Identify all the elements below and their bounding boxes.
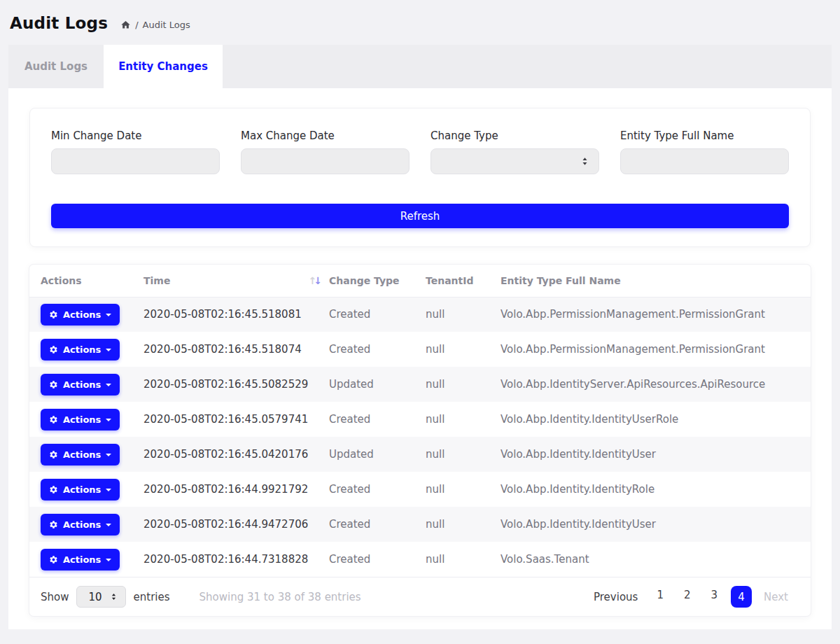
row-actions-button[interactable]: Actions bbox=[41, 339, 120, 360]
table-footer: Show 10 entries Showing 31 to 38 of 38 e… bbox=[29, 577, 811, 616]
row-actions-button[interactable]: Actions bbox=[41, 409, 120, 430]
change-type-label: Change Type bbox=[430, 130, 599, 142]
filter-max-change-date: Max Change Date bbox=[241, 130, 410, 174]
table-row: Actions 2020-05-08T02:16:45.0420176 Upda… bbox=[29, 437, 811, 472]
cell-tenant-id: null bbox=[426, 507, 500, 542]
gear-icon bbox=[49, 380, 58, 389]
row-actions-button[interactable]: Actions bbox=[41, 479, 120, 500]
cell-entity-type: Volo.Abp.IdentityServer.ApiResources.Api… bbox=[500, 367, 811, 402]
table-row: Actions 2020-05-08T02:16:45.5082529 Upda… bbox=[29, 367, 811, 402]
cell-change-type: Created bbox=[329, 542, 426, 577]
caret-down-icon bbox=[106, 314, 111, 316]
gear-icon bbox=[49, 345, 58, 354]
breadcrumb-current: Audit Logs bbox=[143, 20, 190, 30]
col-header-change-type: Change Type bbox=[329, 265, 426, 297]
cell-change-type: Created bbox=[329, 472, 426, 507]
up-down-arrows-icon bbox=[109, 592, 118, 601]
change-type-select[interactable] bbox=[430, 148, 599, 174]
caret-down-icon bbox=[106, 489, 111, 491]
table-body: Actions 2020-05-08T02:16:45.518081 Creat… bbox=[29, 297, 811, 577]
tab-strip: Audit Logs Entity Changes bbox=[8, 45, 832, 88]
refresh-button[interactable]: Refresh bbox=[51, 204, 789, 228]
cell-entity-type: Volo.Abp.Identity.IdentityRole bbox=[500, 472, 811, 507]
pagination: Previous 1234 Next bbox=[588, 586, 794, 608]
min-change-date-input[interactable] bbox=[51, 148, 220, 174]
gear-icon bbox=[49, 555, 58, 564]
caret-down-icon bbox=[106, 419, 111, 421]
home-icon[interactable] bbox=[120, 20, 131, 30]
pagination-page-2[interactable]: 2 bbox=[677, 586, 698, 608]
pagination-page-4[interactable]: 4 bbox=[731, 586, 752, 608]
row-actions-button[interactable]: Actions bbox=[41, 514, 120, 536]
table-row: Actions 2020-05-08T02:16:45.518074 Creat… bbox=[29, 332, 811, 367]
row-actions-button[interactable]: Actions bbox=[41, 444, 120, 465]
gear-icon bbox=[49, 520, 58, 529]
sort-desc-icon: ↑↓ bbox=[309, 275, 319, 286]
min-change-date-label: Min Change Date bbox=[51, 130, 220, 142]
filter-change-type: Change Type bbox=[430, 130, 599, 174]
tab-audit-logs[interactable]: Audit Logs bbox=[8, 45, 104, 88]
tab-entity-changes[interactable]: Entity Changes bbox=[104, 45, 223, 88]
caret-down-icon bbox=[106, 384, 111, 386]
cell-change-type: Created bbox=[329, 402, 426, 437]
cell-time: 2020-05-08T02:16:45.0579741 bbox=[144, 402, 329, 437]
filter-entity-type: Entity Type Full Name bbox=[620, 130, 789, 174]
pagination-page-3[interactable]: 3 bbox=[704, 586, 725, 608]
page-size-group: Show 10 entries bbox=[41, 586, 170, 608]
cell-time: 2020-05-08T02:16:45.518081 bbox=[144, 297, 329, 332]
cell-tenant-id: null bbox=[426, 402, 500, 437]
row-actions-label: Actions bbox=[63, 519, 101, 530]
cell-time: 2020-05-08T02:16:45.0420176 bbox=[144, 437, 329, 472]
row-actions-button[interactable]: Actions bbox=[41, 549, 120, 570]
table-row: Actions 2020-05-08T02:16:44.7318828 Crea… bbox=[29, 542, 811, 577]
caret-down-icon bbox=[106, 559, 111, 561]
cell-entity-type: Volo.Abp.Identity.IdentityUser bbox=[500, 507, 811, 542]
pagination-previous[interactable]: Previous bbox=[588, 588, 643, 606]
row-actions-label: Actions bbox=[63, 554, 101, 565]
row-actions-label: Actions bbox=[63, 414, 101, 425]
breadcrumb: / Audit Logs bbox=[120, 17, 190, 30]
entity-type-input[interactable] bbox=[620, 148, 789, 174]
cell-change-type: Created bbox=[329, 332, 426, 367]
filter-min-change-date: Min Change Date bbox=[51, 130, 220, 174]
caret-down-icon bbox=[106, 349, 111, 351]
gear-icon bbox=[49, 310, 58, 319]
up-down-arrows-icon bbox=[580, 156, 590, 167]
row-actions-label: Actions bbox=[63, 309, 101, 320]
col-header-tenant-id: TenantId bbox=[426, 265, 500, 297]
col-header-actions: Actions bbox=[29, 265, 144, 297]
row-actions-button[interactable]: Actions bbox=[41, 304, 120, 326]
cell-time: 2020-05-08T02:16:45.518074 bbox=[144, 332, 329, 367]
cell-tenant-id: null bbox=[426, 437, 500, 472]
col-header-time[interactable]: Time ↑↓ bbox=[144, 265, 329, 297]
caret-down-icon bbox=[106, 524, 111, 526]
row-actions-label: Actions bbox=[63, 449, 101, 460]
cell-time: 2020-05-08T02:16:45.5082529 bbox=[144, 367, 329, 402]
entity-type-label: Entity Type Full Name bbox=[620, 130, 789, 142]
filter-row: Min Change Date Max Change Date Change T… bbox=[51, 130, 789, 174]
caret-down-icon bbox=[106, 454, 111, 456]
pagination-page-1[interactable]: 1 bbox=[650, 586, 671, 608]
gear-icon bbox=[49, 415, 58, 424]
cell-change-type: Created bbox=[329, 297, 426, 332]
cell-entity-type: Volo.Abp.PermissionManagement.Permission… bbox=[500, 297, 811, 332]
row-actions-button[interactable]: Actions bbox=[41, 374, 120, 396]
max-change-date-input[interactable] bbox=[241, 148, 410, 174]
page-size-value: 10 bbox=[88, 591, 102, 603]
table-row: Actions 2020-05-08T02:16:44.9472706 Crea… bbox=[29, 507, 811, 542]
pagination-next[interactable]: Next bbox=[758, 588, 794, 606]
cell-change-type: Updated bbox=[329, 437, 426, 472]
cell-tenant-id: null bbox=[426, 472, 500, 507]
content-panel: Min Change Date Max Change Date Change T… bbox=[8, 88, 832, 629]
entity-changes-table-card: Actions Time ↑↓ Change Type TenantId Ent… bbox=[29, 265, 811, 616]
page-title: Audit Logs bbox=[10, 14, 108, 32]
cell-change-type: Created bbox=[329, 507, 426, 542]
table-header-row: Actions Time ↑↓ Change Type TenantId Ent… bbox=[29, 265, 811, 297]
page-size-select[interactable]: 10 bbox=[76, 586, 125, 608]
cell-tenant-id: null bbox=[426, 367, 500, 402]
cell-time: 2020-05-08T02:16:44.9921792 bbox=[144, 472, 329, 507]
table-row: Actions 2020-05-08T02:16:44.9921792 Crea… bbox=[29, 472, 811, 507]
cell-time: 2020-05-08T02:16:44.9472706 bbox=[144, 507, 329, 542]
cell-tenant-id: null bbox=[426, 297, 500, 332]
cell-tenant-id: null bbox=[426, 332, 500, 367]
